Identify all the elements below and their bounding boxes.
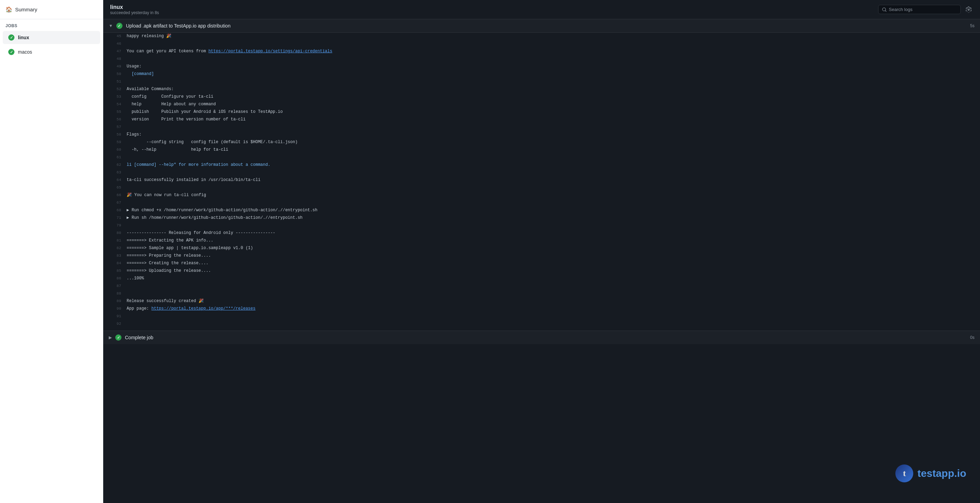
log-line: 80---------------- Releasing for Android… xyxy=(103,229,980,237)
log-line: 89Release successfully created 🎉 xyxy=(103,298,980,305)
log-line: 88 xyxy=(103,290,980,298)
header-right xyxy=(878,5,973,14)
app-page-link[interactable]: https://portal.testapp.io/app/***/releas… xyxy=(151,306,255,311)
sidebar-item-linux[interactable]: linux xyxy=(3,31,100,44)
complete-job-duration: 0s xyxy=(970,335,975,340)
log-line: 58Flags: xyxy=(103,131,980,138)
summary-link[interactable]: 🏠 Summary xyxy=(0,0,103,19)
log-line: 86...100% xyxy=(103,275,980,282)
log-line: 50 [command] xyxy=(103,70,980,78)
log-line: 84=======> Creating the release.... xyxy=(103,260,980,267)
header-left: linux succeeded yesterday in 8s xyxy=(110,4,159,15)
summary-label: Summary xyxy=(15,6,37,13)
page-title: linux xyxy=(110,4,159,10)
log-line: 53 config Configure your ta-cli xyxy=(103,93,980,101)
log-line: 65 xyxy=(103,184,980,192)
log-line: 85=======> Uploading the release.... xyxy=(103,267,980,275)
watermark: t testapp.io xyxy=(895,465,966,482)
log-line: 59 --config string config file (default … xyxy=(103,138,980,146)
job-section-duration: 5s xyxy=(970,23,975,28)
log-line: 82=======> Sample app | testapp.io.sampl… xyxy=(103,245,980,252)
log-area[interactable]: ▼ Upload .apk artifact to TestApp.io app… xyxy=(103,19,980,503)
log-line: 92 xyxy=(103,320,980,328)
watermark-text-post: .io xyxy=(954,468,966,479)
complete-job-left: ▶ Complete job xyxy=(109,334,153,341)
sidebar-item-macos[interactable]: macos xyxy=(3,45,100,59)
watermark-text: testapp.io xyxy=(917,468,966,479)
complete-job-label: Complete job xyxy=(125,335,153,340)
complete-job-row[interactable]: ▶ Complete job 0s xyxy=(103,331,980,344)
search-box[interactable] xyxy=(878,5,961,14)
log-line: 91 xyxy=(103,313,980,320)
sidebar-item-label-linux: linux xyxy=(18,35,29,40)
gear-icon xyxy=(966,6,972,13)
watermark-logo-letter: t xyxy=(903,468,906,479)
log-line: 68▶ Run chmod +x /home/runner/work/githu… xyxy=(103,207,980,214)
job-section-title: Upload .apk artifact to TestApp.io app d… xyxy=(126,23,231,29)
log-line: 49Usage: xyxy=(103,63,980,70)
log-line: 67 xyxy=(103,199,980,207)
log-line: 60 -h, --help help for ta-cli xyxy=(103,146,980,154)
log-line: 54 help Help about any command xyxy=(103,101,980,108)
log-line: 66🎉 You can now run ta-cli config xyxy=(103,192,980,199)
sidebar: 🏠 Summary Jobs linux macos xyxy=(0,0,103,503)
log-line: 71▶ Run sh /home/runner/work/github-acti… xyxy=(103,214,980,222)
log-line: 51 xyxy=(103,78,980,86)
watermark-text-pre: testapp xyxy=(917,468,954,479)
api-link[interactable]: https://portal.testapp.io/settings/api-c… xyxy=(208,49,332,54)
watermark-logo: t xyxy=(895,465,913,482)
log-line: 55 publish Publish your Android & iOS re… xyxy=(103,108,980,116)
check-icon-macos xyxy=(8,49,14,55)
job-subtitle: succeeded yesterday in 8s xyxy=(110,10,159,15)
job-section-header[interactable]: ▼ Upload .apk artifact to TestApp.io app… xyxy=(103,19,980,33)
log-line: 83=======> Preparing the release.... xyxy=(103,252,980,260)
log-line: 61 xyxy=(103,154,980,161)
log-line: 81=======> Extracting the APK info... xyxy=(103,237,980,245)
log-line: 63 xyxy=(103,169,980,177)
job-check-icon xyxy=(116,23,123,29)
log-line: 48 xyxy=(103,56,980,63)
complete-job-check-icon xyxy=(115,334,121,341)
log-line: 87 xyxy=(103,282,980,290)
log-line: 90App page: https://portal.testapp.io/ap… xyxy=(103,305,980,313)
chevron-right-icon: ▶ xyxy=(109,335,112,340)
log-content: 45happy releasing 🎉 46 47You can get yor… xyxy=(103,33,980,331)
log-line: 45happy releasing 🎉 xyxy=(103,33,980,40)
log-line: 47You can get yoru API tokens from https… xyxy=(103,48,980,56)
search-input[interactable] xyxy=(889,7,957,12)
jobs-label: Jobs xyxy=(0,19,103,30)
chevron-down-icon: ▼ xyxy=(109,23,113,28)
log-line: 64ta-cli successfully installed in /usr/… xyxy=(103,177,980,184)
main-content: linux succeeded yesterday in 8s ▼ xyxy=(103,0,980,503)
home-icon: 🏠 xyxy=(5,6,13,13)
job-section-header-left: ▼ Upload .apk artifact to TestApp.io app… xyxy=(109,23,231,29)
check-icon-linux xyxy=(8,34,14,41)
sidebar-item-label-macos: macos xyxy=(18,49,32,55)
settings-button[interactable] xyxy=(964,5,973,14)
log-line: 56 version Print the version number of t… xyxy=(103,116,980,124)
log-line: 62li [command] --help" for more informat… xyxy=(103,161,980,169)
log-line: 52Available Commands: xyxy=(103,86,980,93)
main-header: linux succeeded yesterday in 8s xyxy=(103,0,980,19)
log-line: 46 xyxy=(103,40,980,48)
log-line: 79 xyxy=(103,222,980,229)
search-icon xyxy=(882,7,887,12)
log-line: 57 xyxy=(103,124,980,131)
